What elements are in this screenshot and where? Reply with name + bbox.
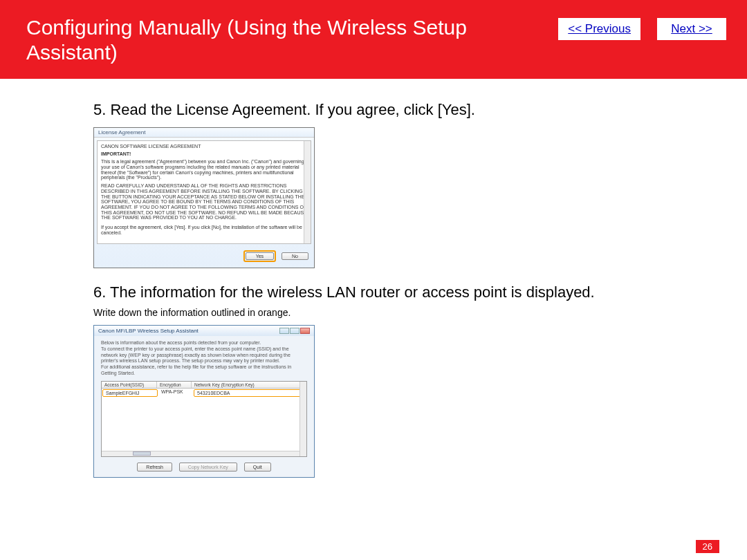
access-point-table: Access Point(SSID) Encryption Network Ke…: [101, 381, 307, 457]
yes-button-highlight: Yes: [243, 250, 276, 262]
wireless-dialog-title-text: Canon MF/LBP Wireless Setup Assistant: [98, 328, 199, 334]
license-para1: This is a legal agreement ("Agreement") …: [101, 159, 307, 180]
page-number: 26: [696, 540, 719, 553]
col-key: Network Key (Encryption Key): [192, 382, 306, 388]
page-title: Configuring Manually (Using the Wireless…: [26, 15, 469, 65]
yes-button[interactable]: Yes: [246, 252, 274, 260]
quit-button[interactable]: Quit: [244, 463, 271, 472]
license-dialog: License Agreement CANON SOFTWARE LICENSE…: [93, 127, 315, 268]
license-heading: CANON SOFTWARE LICENSE AGREEMENT: [101, 144, 307, 149]
close-icon[interactable]: [300, 328, 310, 334]
wireless-dialog: Canon MF/LBP Wireless Setup Assistant Be…: [93, 325, 315, 478]
table-header: Access Point(SSID) Encryption Network Ke…: [102, 382, 306, 389]
previous-button[interactable]: << Previous: [558, 18, 640, 40]
ssid-cell: SampleEFGHIJ: [102, 389, 158, 397]
wireless-footer: Refresh Copy Network Key Quit: [94, 458, 314, 477]
scrollbar[interactable]: [304, 141, 311, 243]
col-ssid: Access Point(SSID): [102, 382, 157, 388]
content-area: 5. Read the License Agreement. If you ag…: [0, 79, 747, 478]
step-6: 6. The information for the wireless LAN …: [93, 283, 703, 478]
license-para2: READ CAREFULLY AND UNDERSTAND ALL OF THE…: [101, 183, 307, 221]
wireless-dialog-title: Canon MF/LBP Wireless Setup Assistant: [94, 326, 314, 336]
table-row[interactable]: SampleEFGHIJ WPA-PSK 543210EDCBA: [102, 389, 306, 398]
col-encryption: Encryption: [157, 382, 192, 388]
step-6-sub: Write down the information outlined in o…: [93, 307, 703, 318]
license-accept-line: If you accept the agreement, click [Yes]…: [101, 225, 307, 235]
wireless-description: Below is information about the access po…: [94, 336, 314, 380]
v-scrollbar[interactable]: [299, 382, 306, 456]
nav-buttons: << Previous Next >>: [558, 18, 726, 40]
step-5: 5. Read the License Agreement. If you ag…: [93, 101, 703, 268]
next-button[interactable]: Next >>: [657, 18, 726, 40]
window-controls: [279, 328, 310, 334]
copy-key-button[interactable]: Copy Network Key: [179, 463, 237, 472]
key-cell: 543210EDCBA: [194, 389, 306, 397]
no-button[interactable]: No: [282, 252, 308, 260]
step-6-title: 6. The information for the wireless LAN …: [93, 283, 703, 301]
license-dialog-title: License Agreement: [94, 128, 314, 138]
step-5-title: 5. Read the License Agreement. If you ag…: [93, 101, 703, 119]
h-scrollbar[interactable]: [102, 451, 299, 456]
license-important: IMPORTANT!: [101, 151, 307, 157]
minimize-icon[interactable]: [279, 328, 289, 334]
maximize-icon[interactable]: [290, 328, 299, 334]
license-body: CANON SOFTWARE LICENSE AGREEMENT IMPORTA…: [97, 140, 311, 244]
encryption-cell: WPA-PSK: [158, 389, 193, 398]
header-bar: Configuring Manually (Using the Wireless…: [0, 0, 747, 79]
license-footer: Yes No: [94, 247, 314, 268]
refresh-button[interactable]: Refresh: [137, 463, 172, 472]
